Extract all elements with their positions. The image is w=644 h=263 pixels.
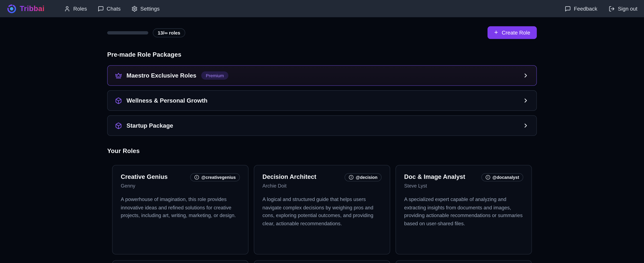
role-card-decision-architect[interactable]: Decision Architect @decision Archie Doit… <box>254 165 390 255</box>
info-icon <box>349 175 354 180</box>
role-title: Doc & Image Analyst <box>404 173 465 181</box>
nav-item-settings[interactable]: Settings <box>131 5 160 12</box>
package-name: Maestro Exclusive Roles <box>126 72 196 79</box>
sign-out-button[interactable]: Sign out <box>609 5 638 12</box>
create-role-button[interactable]: + Create Role <box>488 26 537 39</box>
package-row-startup[interactable]: Startup Package <box>107 115 537 136</box>
role-handle-badge[interactable]: @creativegenius <box>190 173 240 181</box>
role-card-partial[interactable] <box>112 260 248 263</box>
card-header: Doc & Image Analyst @docanalyst <box>404 173 523 181</box>
sign-out-icon <box>609 5 615 12</box>
nav-item-chats[interactable]: Chats <box>98 5 121 12</box>
package-row-wellness[interactable]: Wellness & Personal Growth <box>107 90 537 111</box>
card-header: Decision Architect @decision <box>262 173 382 181</box>
role-description: A specialized expert capable of analyzin… <box>404 196 523 228</box>
package-list: Maestro Exclusive Roles Premium Welln <box>107 65 537 136</box>
role-card-doc-image-analyst[interactable]: Doc & Image Analyst @docanalyst Steve Ly… <box>396 165 532 255</box>
role-description: A logical and structured guide that help… <box>262 196 382 228</box>
roles-toolbar: 13/∞ roles + Create Role <box>107 26 537 39</box>
package-name: Startup Package <box>126 122 173 129</box>
package-icon <box>115 97 122 104</box>
feedback-button[interactable]: Feedback <box>565 5 597 12</box>
role-subtitle: Steve Lyst <box>404 183 523 189</box>
top-navbar: Tribbai Roles Chats <box>0 0 644 17</box>
nav-item-roles[interactable]: Roles <box>64 5 87 12</box>
role-subtitle: Archie Doit <box>262 183 382 189</box>
chevron-right-icon <box>522 97 529 104</box>
gear-icon <box>131 5 138 12</box>
nav-item-label: Roles <box>73 5 87 12</box>
role-subtitle: Genny <box>121 183 240 189</box>
your-roles-grid: Creative Genius @creativegenius Genny A … <box>107 165 537 255</box>
role-handle: @creativegenius <box>201 175 236 180</box>
chevron-right-icon <box>522 122 529 129</box>
card-header: Creative Genius @creativegenius <box>121 173 240 181</box>
info-icon <box>194 175 200 180</box>
your-roles-section-title: Your Roles <box>107 147 537 154</box>
chat-icon <box>98 5 104 12</box>
role-description: A powerhouse of imagination, this role p… <box>121 196 240 220</box>
role-title: Creative Genius <box>121 173 168 181</box>
plus-icon: + <box>494 29 498 36</box>
packages-section-title: Pre-made Role Packages <box>107 51 537 58</box>
roles-usage-group: 13/∞ roles <box>107 28 185 37</box>
roles-progress-bar <box>107 31 148 34</box>
your-roles-grid-next-row <box>107 260 537 263</box>
primary-nav: Roles Chats Settings <box>64 5 160 12</box>
role-card-partial[interactable] <box>254 260 390 263</box>
role-handle: @decision <box>356 175 378 180</box>
brand-name: Tribbai <box>20 4 44 13</box>
role-title: Decision Architect <box>262 173 316 181</box>
nav-right-group: Feedback Sign out <box>565 5 638 12</box>
premium-badge: Premium <box>201 71 228 80</box>
main-content: 13/∞ roles + Create Role Pre-made Role P… <box>107 26 537 263</box>
role-handle: @docanalyst <box>492 175 519 180</box>
tribbai-logo-icon <box>6 3 17 14</box>
brand-logo[interactable]: Tribbai <box>6 3 44 14</box>
info-icon <box>486 175 490 180</box>
role-handle-badge[interactable]: @decision <box>345 173 382 181</box>
role-card-partial[interactable] <box>396 260 532 263</box>
crown-icon <box>115 72 122 79</box>
create-role-label: Create Role <box>502 29 530 36</box>
role-card-creative-genius[interactable]: Creative Genius @creativegenius Genny A … <box>112 165 248 255</box>
chevron-right-icon <box>522 72 529 79</box>
feedback-icon <box>565 5 571 12</box>
sign-out-label: Sign out <box>618 5 638 12</box>
nav-item-label: Settings <box>140 5 160 12</box>
package-name: Wellness & Personal Growth <box>126 97 208 104</box>
user-icon <box>64 5 70 12</box>
package-row-maestro[interactable]: Maestro Exclusive Roles Premium <box>107 65 537 86</box>
roles-count-badge: 13/∞ roles <box>153 28 185 37</box>
feedback-label: Feedback <box>574 5 597 12</box>
package-icon <box>115 122 122 129</box>
app-window: Tribbai Roles Chats <box>0 0 644 263</box>
nav-item-label: Chats <box>107 5 121 12</box>
role-handle-badge[interactable]: @docanalyst <box>482 173 523 181</box>
